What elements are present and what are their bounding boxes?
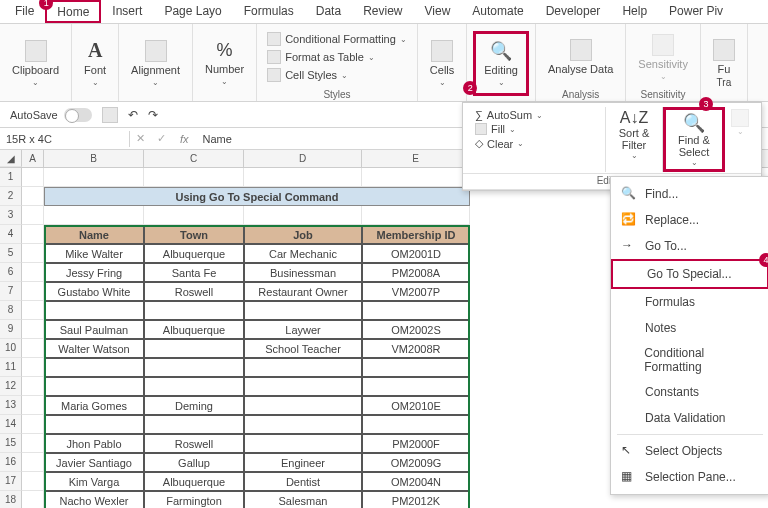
cell-d14[interactable]: [244, 415, 362, 434]
tab-data[interactable]: Data: [305, 0, 352, 23]
cells-button[interactable]: Cells⌄: [424, 36, 460, 91]
row-header-12[interactable]: 12: [0, 377, 22, 396]
tab-home[interactable]: Home 1: [45, 0, 101, 23]
cell-e7[interactable]: VM2007P: [362, 282, 470, 301]
menu-cond-fmt[interactable]: Conditional Formatting: [611, 341, 768, 379]
sensitivity-button[interactable]: Sensitivity⌄: [632, 30, 694, 85]
row-header-15[interactable]: 15: [0, 434, 22, 453]
name-box[interactable]: 15R x 4C: [0, 131, 130, 147]
cell-b7[interactable]: Gustabo White: [44, 282, 144, 301]
cell-d16[interactable]: Engineer: [244, 453, 362, 472]
editing-button[interactable]: 🔍 Editing ⌄: [478, 36, 524, 91]
overflow-button[interactable]: FuTra: [707, 35, 741, 92]
alignment-button[interactable]: Alignment⌄: [125, 36, 186, 91]
cell-b17[interactable]: Kim Varga: [44, 472, 144, 491]
fx-icon[interactable]: fx: [172, 133, 197, 145]
cell-a10[interactable]: [22, 339, 44, 358]
cell-e17[interactable]: OM2004N: [362, 472, 470, 491]
cell-b1[interactable]: [44, 168, 144, 187]
col-e[interactable]: E: [362, 150, 470, 167]
tab-view[interactable]: View: [414, 0, 462, 23]
row-header-11[interactable]: 11: [0, 358, 22, 377]
menu-data-validation[interactable]: Data Validation: [611, 405, 768, 431]
cell-b12[interactable]: [44, 377, 144, 396]
cell-a14[interactable]: [22, 415, 44, 434]
number-button[interactable]: %Number⌄: [199, 36, 250, 90]
col-a[interactable]: A: [22, 150, 44, 167]
fx-enter-icon[interactable]: ✓: [151, 132, 172, 145]
row-header-2[interactable]: 2: [0, 187, 22, 206]
cell-d5[interactable]: Car Mechanic: [244, 244, 362, 263]
row-header-13[interactable]: 13: [0, 396, 22, 415]
cell-e11[interactable]: [362, 358, 470, 377]
cell-c14[interactable]: [144, 415, 244, 434]
cell-c7[interactable]: Roswell: [144, 282, 244, 301]
cell-a2[interactable]: [22, 187, 44, 206]
row-header-16[interactable]: 16: [0, 453, 22, 472]
menu-constants[interactable]: Constants: [611, 379, 768, 405]
tab-review[interactable]: Review: [352, 0, 413, 23]
cell-c6[interactable]: Santa Fe: [144, 263, 244, 282]
col-c[interactable]: C: [144, 150, 244, 167]
cell-d11[interactable]: [244, 358, 362, 377]
cell-c12[interactable]: [144, 377, 244, 396]
title-banner[interactable]: Using Go To Special Command: [44, 187, 470, 206]
row-header-17[interactable]: 17: [0, 472, 22, 491]
row-header-6[interactable]: 6: [0, 263, 22, 282]
row-header-10[interactable]: 10: [0, 339, 22, 358]
header-name[interactable]: Name: [44, 225, 144, 244]
conditional-formatting-button[interactable]: Conditional Formatting⌄: [263, 31, 411, 47]
cell-e3[interactable]: [362, 206, 470, 225]
cell-c1[interactable]: [144, 168, 244, 187]
format-as-table-button[interactable]: Format as Table⌄: [263, 49, 411, 65]
cell-d17[interactable]: Dentist: [244, 472, 362, 491]
cell-c3[interactable]: [144, 206, 244, 225]
tab-developer[interactable]: Developer: [535, 0, 612, 23]
cell-a8[interactable]: [22, 301, 44, 320]
menu-find[interactable]: 🔍Find...: [611, 181, 768, 207]
cell-a3[interactable]: [22, 206, 44, 225]
cell-e14[interactable]: [362, 415, 470, 434]
row-header-8[interactable]: 8: [0, 301, 22, 320]
cell-d10[interactable]: School Teacher: [244, 339, 362, 358]
cell-c15[interactable]: Roswell: [144, 434, 244, 453]
cell-b9[interactable]: Saul Paulman: [44, 320, 144, 339]
row-header-4[interactable]: 4: [0, 225, 22, 244]
tab-formulas[interactable]: Formulas: [233, 0, 305, 23]
cell-c16[interactable]: Gallup: [144, 453, 244, 472]
sort-filter-button[interactable]: A↓Z Sort & Filter⌄: [606, 107, 663, 172]
cell-c13[interactable]: Deming: [144, 396, 244, 415]
cell-a7[interactable]: [22, 282, 44, 301]
cell-a1[interactable]: [22, 168, 44, 187]
row-header-5[interactable]: 5: [0, 244, 22, 263]
cell-b16[interactable]: Javier Santiago: [44, 453, 144, 472]
cell-b5[interactable]: Mike Walter: [44, 244, 144, 263]
find-select-button[interactable]: 🔍 Find & Select⌄: [663, 107, 725, 172]
cell-a15[interactable]: [22, 434, 44, 453]
cell-e8[interactable]: [362, 301, 470, 320]
cell-e6[interactable]: PM2008A: [362, 263, 470, 282]
redo-icon[interactable]: ↷: [148, 108, 158, 122]
tab-help[interactable]: Help: [611, 0, 658, 23]
analyse-data-button[interactable]: Analyse Data: [542, 35, 619, 79]
cell-e15[interactable]: PM2000F: [362, 434, 470, 453]
cell-c10[interactable]: [144, 339, 244, 358]
cell-e1[interactable]: [362, 168, 470, 187]
row-header-1[interactable]: 1: [0, 168, 22, 187]
cell-e18[interactable]: PM2012K: [362, 491, 470, 508]
cell-e9[interactable]: OM2002S: [362, 320, 470, 339]
cell-b8[interactable]: [44, 301, 144, 320]
cell-d12[interactable]: [244, 377, 362, 396]
tab-insert[interactable]: Insert: [101, 0, 153, 23]
cell-b15[interactable]: Jhon Pablo: [44, 434, 144, 453]
menu-goto[interactable]: →Go To...: [611, 233, 768, 259]
cell-d1[interactable]: [244, 168, 362, 187]
col-d[interactable]: D: [244, 150, 362, 167]
cell-d15[interactable]: [244, 434, 362, 453]
header-town[interactable]: Town: [144, 225, 244, 244]
cell-a4[interactable]: [22, 225, 44, 244]
cell-d18[interactable]: Salesman: [244, 491, 362, 508]
header-membership[interactable]: Membership ID: [362, 225, 470, 244]
cell-e10[interactable]: VM2008R: [362, 339, 470, 358]
cell-b14[interactable]: [44, 415, 144, 434]
